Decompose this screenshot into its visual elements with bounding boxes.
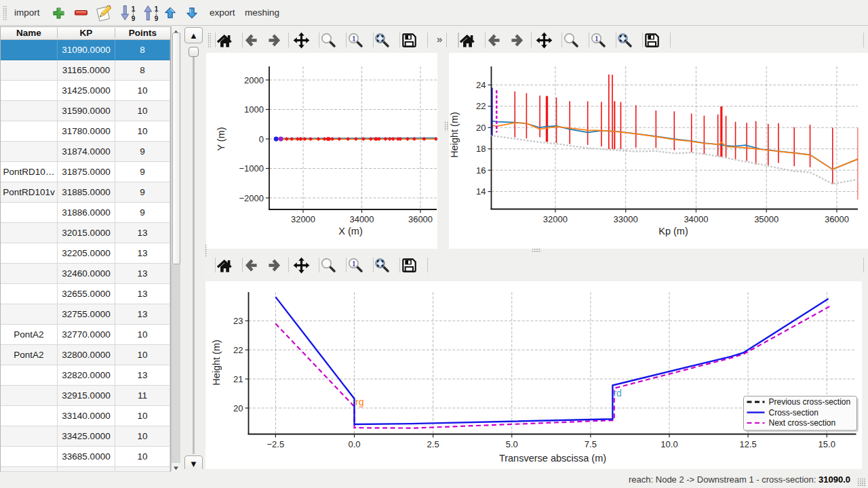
svg-text:35000: 35000 (754, 214, 778, 224)
svg-text:9: 9 (155, 15, 159, 22)
svg-text:0.0: 0.0 (348, 439, 360, 449)
svg-text:X (m): X (m) (338, 226, 362, 237)
svg-text:36000: 36000 (825, 214, 849, 224)
svg-text:7.5: 7.5 (585, 439, 597, 449)
svg-text:2.5: 2.5 (427, 439, 439, 449)
svg-text:20: 20 (233, 403, 243, 413)
svg-text:5.0: 5.0 (506, 439, 518, 449)
svg-text:22: 22 (476, 101, 486, 111)
svg-text:16: 16 (476, 165, 486, 176)
svg-text:1: 1 (595, 34, 599, 43)
svg-text:33000: 33000 (614, 214, 638, 224)
svg-text:−2.5: −2.5 (267, 439, 285, 449)
svg-text:2000: 2000 (244, 75, 264, 85)
svg-text:18: 18 (476, 144, 486, 154)
svg-text:1: 1 (352, 259, 356, 268)
svg-text:1: 1 (352, 34, 356, 43)
svg-text:10.0: 10.0 (660, 439, 677, 449)
svg-text:Previous cross-section: Previous cross-section (769, 397, 851, 407)
svg-text:12.5: 12.5 (739, 439, 756, 449)
svg-text:1: 1 (155, 5, 159, 13)
svg-text:34000: 34000 (349, 214, 374, 224)
svg-text:14: 14 (476, 186, 486, 197)
svg-text:rg: rg (355, 396, 363, 407)
svg-text:32000: 32000 (291, 214, 315, 224)
svg-text:Transverse abscissa (m): Transverse abscissa (m) (499, 453, 606, 464)
svg-text:Kp (m): Kp (m) (658, 226, 688, 237)
svg-text:Next cross-section: Next cross-section (769, 418, 836, 428)
svg-text:Height (m): Height (m) (211, 340, 222, 386)
svg-text:20: 20 (476, 123, 486, 133)
svg-text:rd: rd (613, 388, 621, 399)
svg-text:−1000: −1000 (239, 163, 264, 174)
svg-text:1: 1 (132, 5, 136, 13)
svg-text:Cross-section: Cross-section (769, 408, 818, 418)
svg-text:36000: 36000 (408, 214, 433, 224)
svg-text:22: 22 (233, 345, 243, 355)
svg-text:15.0: 15.0 (818, 439, 835, 449)
svg-text:34000: 34000 (684, 214, 708, 224)
svg-text:9: 9 (132, 15, 136, 22)
svg-text:23: 23 (233, 316, 243, 326)
svg-text:0: 0 (259, 134, 264, 144)
svg-text:Y (m): Y (m) (216, 127, 226, 150)
svg-text:24: 24 (476, 80, 486, 90)
svg-text:Height (m): Height (m) (449, 112, 460, 158)
svg-text:32000: 32000 (543, 214, 568, 224)
svg-text:1000: 1000 (244, 104, 264, 115)
svg-text:−2000: −2000 (239, 193, 264, 203)
svg-text:21: 21 (233, 374, 243, 384)
